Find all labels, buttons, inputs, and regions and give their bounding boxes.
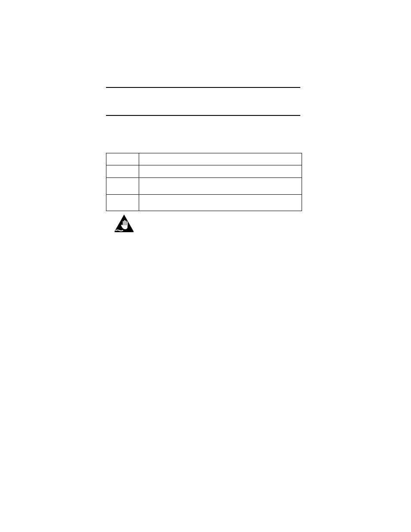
svg-rect-1 <box>124 220 125 226</box>
table-cell <box>139 178 302 195</box>
page-container <box>0 0 411 532</box>
table-cell <box>106 165 139 178</box>
divider-rule-bottom <box>106 115 300 116</box>
table-cell <box>106 153 139 165</box>
table-row <box>106 153 302 165</box>
table-row <box>106 178 302 195</box>
blank-table <box>106 153 302 211</box>
table-row <box>106 195 302 211</box>
table-row <box>106 165 302 178</box>
divider-rule-top <box>106 87 300 88</box>
table-cell <box>139 153 302 165</box>
caution-hand-triangle-icon <box>114 214 134 232</box>
table-cell <box>139 165 302 178</box>
table-cell <box>106 178 139 195</box>
table-cell <box>139 195 302 211</box>
table-cell <box>106 195 139 211</box>
caution-hand-triangle-icon-svg <box>114 214 134 232</box>
